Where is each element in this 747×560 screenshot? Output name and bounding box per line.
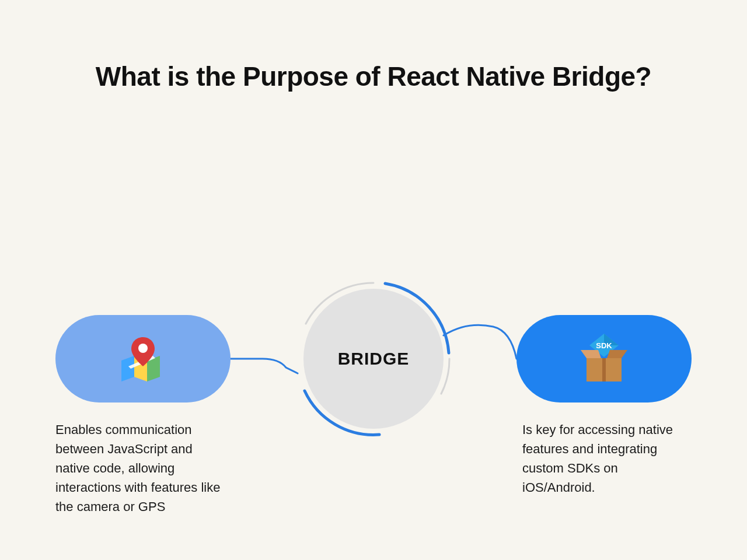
bridge-hub: BRIDGE <box>292 277 455 440</box>
sdk-box-icon: SDK <box>578 332 630 385</box>
svg-point-5 <box>138 344 148 353</box>
left-description: Enables communication between JavaScript… <box>55 420 228 516</box>
diagram-title: What is the Purpose of React Native Brid… <box>0 58 747 94</box>
sdk-badge-text: SDK <box>596 341 612 350</box>
right-description: Is key for accessing native features and… <box>522 420 686 497</box>
bridge-hub-circle: BRIDGE <box>303 289 444 429</box>
svg-rect-11 <box>602 358 606 382</box>
left-node <box>55 315 231 402</box>
map-pin-icon <box>117 332 169 385</box>
svg-marker-9 <box>581 350 601 358</box>
right-node: SDK <box>516 315 692 402</box>
connector-right <box>444 324 525 365</box>
bridge-hub-label: BRIDGE <box>338 349 410 369</box>
svg-marker-10 <box>607 350 627 358</box>
